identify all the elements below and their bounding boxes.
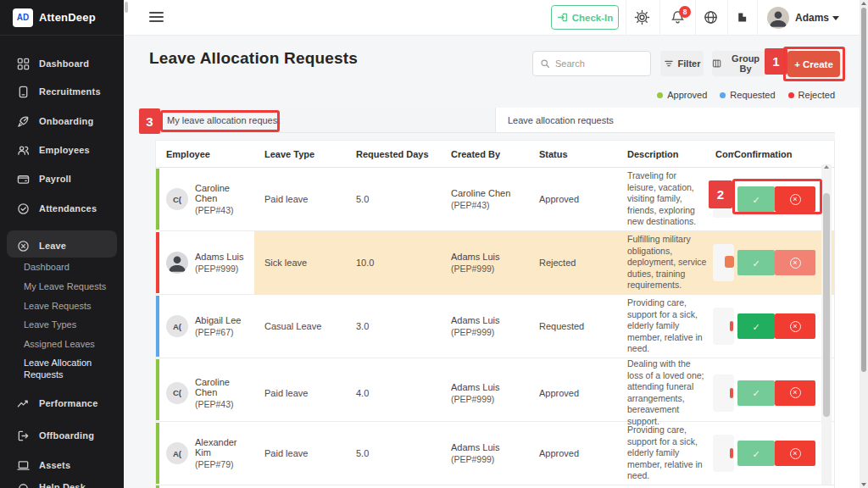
reject-button[interactable]	[775, 250, 815, 275]
description-cell: Providing care, support for a sick, elde…	[617, 422, 712, 485]
brand-logo[interactable]: AD AttenDeep	[0, 0, 124, 36]
comment-badge-icon	[730, 321, 733, 331]
sidebar-item-employees[interactable]: Employees	[0, 142, 124, 158]
avatar: A(	[166, 315, 188, 337]
sidebar-subitem-leave-allocation-requests[interactable]: Leave Allocation Requests	[24, 358, 115, 380]
annotation-box-tab	[160, 110, 280, 132]
scroll-down-arrow-icon[interactable]	[861, 483, 866, 486]
sidebar-item-assets[interactable]: Assets	[0, 458, 124, 473]
sidebar-subitem-leave-requests[interactable]: Leave Requests	[24, 301, 92, 311]
approve-button[interactable]	[737, 441, 775, 466]
confirmation-cell	[734, 231, 834, 294]
col-description: Description	[617, 149, 712, 159]
requested-days-cell: 4.0	[346, 358, 441, 427]
table-header: Employee Leave Type Requested Days Creat…	[156, 141, 834, 168]
approve-button[interactable]	[737, 313, 775, 339]
sidebar-item-recruitments[interactable]: Recruitments	[0, 84, 124, 99]
check-in-button[interactable]: Check-In	[551, 5, 619, 30]
created-by-name: Adams Luis	[451, 315, 499, 325]
people-icon	[17, 144, 30, 157]
hamburger-menu-icon[interactable]	[149, 12, 164, 23]
created-by-id: (PEP#999)	[451, 394, 499, 404]
id-card-icon	[17, 86, 30, 98]
filter-icon	[664, 58, 674, 69]
settings-gear-icon[interactable]	[633, 8, 651, 26]
requested-dot-icon	[720, 92, 726, 98]
employee-name: Alexander Kim	[195, 437, 254, 458]
comment-button[interactable]	[713, 374, 734, 412]
wallet-icon	[17, 173, 30, 186]
comments-cell	[712, 295, 734, 358]
organization-icon[interactable]	[733, 8, 751, 26]
description-cell: Dealing with the loss of a loved one; at…	[617, 358, 712, 427]
user-avatar[interactable]	[767, 7, 789, 29]
check-icon	[752, 386, 760, 399]
annotation-box-confirmation	[732, 179, 822, 214]
employee-cell: C( Caroline Chen (PEP#43)	[156, 168, 254, 230]
page-scrollbar[interactable]	[860, 0, 868, 488]
sidebar-item-offboarding[interactable]: Offboarding	[0, 428, 124, 443]
chevron-down-icon[interactable]	[832, 16, 839, 20]
circle-x-icon	[790, 258, 801, 269]
employee-cell: C( Caroline Chen (PEP#43)	[156, 358, 254, 427]
created-by-cell: Adams Luis (PEP#999)	[441, 231, 529, 294]
sidebar-subitem-leave-types[interactable]: Leave Types	[24, 319, 76, 330]
check-circle-icon	[17, 202, 30, 215]
employee-id: (PEP#43)	[195, 399, 254, 409]
employee-id: (PEP#79)	[195, 459, 254, 469]
created-by-id: (PEP#43)	[451, 200, 510, 210]
sidebar-subitem-assigned-leaves[interactable]: Assigned Leaves	[24, 339, 95, 349]
requested-days-cell: 5.0	[346, 168, 441, 230]
login-icon	[557, 12, 568, 23]
table-scrollbar-thumb[interactable]	[823, 193, 830, 417]
status-cell: Requested	[529, 295, 617, 358]
check-icon	[752, 320, 760, 333]
laptop-icon	[17, 459, 30, 472]
sidebar-item-onboarding[interactable]: Onboarding	[0, 114, 124, 129]
sidebar-subitem-my-leave-requests[interactable]: My Leave Requests	[24, 281, 106, 291]
sidebar-item-leave[interactable]: Leave	[0, 238, 124, 253]
approve-button[interactable]	[737, 250, 775, 275]
separator	[626, 0, 626, 35]
legend-requested: Requested	[720, 90, 775, 100]
sidebar-item-payroll[interactable]: Payroll	[0, 171, 124, 186]
comment-button[interactable]	[713, 435, 734, 472]
row-status-border	[156, 423, 159, 484]
group-by-button[interactable]: Group By	[712, 51, 765, 76]
language-globe-icon[interactable]	[702, 8, 720, 26]
brand-logo-icon: AD	[13, 8, 33, 27]
sidebar-item-help-desk[interactable]: Help Desk	[0, 480, 124, 488]
leave-type-cell: Sick leave	[254, 231, 346, 294]
scroll-up-arrow-icon[interactable]	[824, 165, 829, 169]
user-name[interactable]: Adams	[795, 12, 829, 24]
sidebar-subitem-dashboard[interactable]: Dashboard	[24, 262, 70, 272]
comment-button[interactable]	[713, 308, 734, 345]
approve-button[interactable]	[737, 380, 775, 406]
filter-button[interactable]: Filter	[660, 51, 704, 76]
employee-cell: A( Alexander Kim (PEP#79)	[156, 422, 254, 485]
search-box	[532, 51, 651, 76]
col-created-by: Created By	[441, 149, 529, 159]
reject-button[interactable]	[775, 380, 815, 406]
content-right-strip	[835, 108, 860, 488]
separator	[695, 0, 696, 35]
employee-name: Caroline Chen	[195, 377, 254, 397]
employee-name: Abigail Lee	[195, 315, 241, 325]
created-by-name: Adams Luis	[451, 442, 499, 452]
sidebar-item-dashboard[interactable]: Dashboard	[0, 56, 124, 71]
comment-button[interactable]	[713, 244, 734, 281]
sidebar-item-attendances[interactable]: Attendances	[0, 201, 124, 216]
sidebar-scrollbar-thumb[interactable]	[125, 2, 128, 13]
tab-leave-allocation-requests[interactable]: Leave allocation requests	[496, 108, 835, 133]
employee-cell: Adams Luis (PEP#999)	[156, 231, 254, 294]
scroll-up-arrow-icon[interactable]	[861, 2, 866, 5]
page-scrollbar-thumb[interactable]	[861, 8, 866, 372]
description-cell: Traveling for leisure, vacation, visitin…	[617, 168, 712, 230]
table-scrollbar[interactable]	[821, 164, 832, 485]
sidebar-item-performance[interactable]: Performance	[0, 396, 124, 411]
search-input[interactable]	[555, 58, 640, 69]
row-status-border	[156, 359, 159, 420]
confirmation-cell	[734, 295, 834, 358]
reject-button[interactable]	[775, 441, 815, 466]
reject-button[interactable]	[775, 313, 815, 339]
